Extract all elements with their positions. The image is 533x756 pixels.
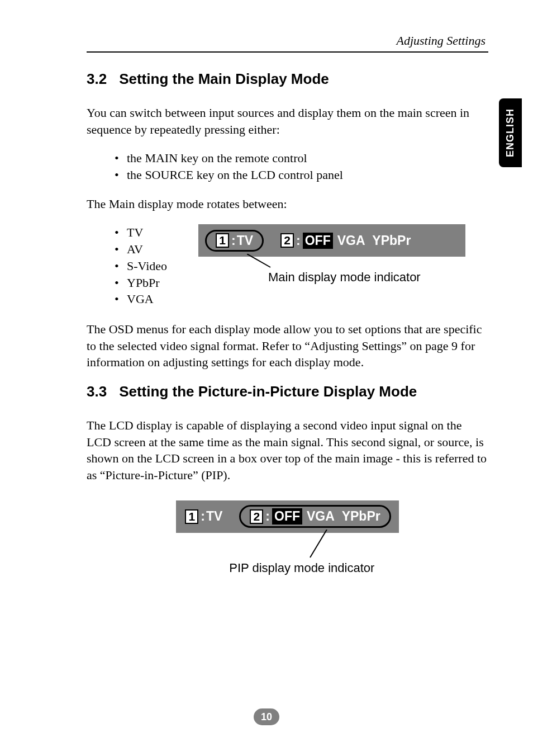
slot1-val: TV xyxy=(237,233,253,248)
modes-list: TV AV S-Video YPbPr VGA xyxy=(115,224,193,307)
extra1: VGA xyxy=(337,233,365,248)
arrow-icon xyxy=(247,254,275,271)
section-title: Setting the Picture-in-Picture Display M… xyxy=(119,383,417,400)
language-tab: ENGLISH xyxy=(499,98,522,167)
main-indicator-caption: Main display mode indicator xyxy=(268,270,421,285)
slot1-val: TV xyxy=(206,509,222,524)
page-number: 10 xyxy=(254,708,279,725)
section-number: 3.3 xyxy=(87,383,107,400)
section-3-3-para1: The LCD display is capable of displaying… xyxy=(87,417,488,484)
slot2: 2: OFFVGA YPbPr xyxy=(279,231,412,251)
section-3-2-para3: The OSD menus for each display mode allo… xyxy=(87,321,488,371)
keys-list: the MAIN key on the remote control the S… xyxy=(115,150,488,183)
pip-indicator-bar: 1: TV 2: OFFVGA YPbPr xyxy=(176,500,398,533)
list-item: the MAIN key on the remote control xyxy=(115,150,488,167)
list-item: S-Video xyxy=(115,258,193,275)
section-3-2-para1: You can switch between input sources and… xyxy=(87,105,488,138)
svg-line-0 xyxy=(247,254,270,267)
section-3-3-heading: 3.3Setting the Picture-in-Picture Displa… xyxy=(87,383,488,400)
extra1: VGA xyxy=(307,509,335,524)
slot2-val: OFF xyxy=(303,233,333,249)
extra2: YPbPr xyxy=(372,233,411,248)
slot2-num: 2 xyxy=(250,509,263,524)
extra2: YPbPr xyxy=(342,509,380,524)
list-item: AV xyxy=(115,241,193,258)
slot2-pill: 2: OFFVGA YPbPr xyxy=(239,505,391,528)
slot1-num: 1 xyxy=(216,233,229,248)
section-3-2-para2: The Main display mode rotates between: xyxy=(87,196,488,212)
slot1-pill: 1: TV xyxy=(205,230,264,252)
slot1-num: 1 xyxy=(185,509,198,524)
list-item: VGA xyxy=(115,291,193,308)
svg-line-1 xyxy=(310,530,327,557)
pip-indicator-caption: PIP display mode indicator xyxy=(229,561,374,575)
header-rule xyxy=(87,51,488,53)
arrow-icon xyxy=(307,530,335,560)
section-3-2-heading: 3.2Setting the Main Display Mode xyxy=(87,70,488,88)
slot2-val: OFF xyxy=(272,508,302,525)
list-item: the SOURCE key on the LCD control panel xyxy=(115,167,488,183)
slot2-num: 2 xyxy=(280,233,294,248)
list-item: YPbPr xyxy=(115,275,193,291)
list-item: TV xyxy=(115,224,193,241)
section-title: Setting the Main Display Mode xyxy=(119,70,329,87)
running-header: Adjusting Settings xyxy=(87,34,488,48)
section-number: 3.2 xyxy=(87,70,107,88)
slot1: 1: TV xyxy=(184,507,223,526)
main-indicator-bar: 1: TV 2: OFFVGA YPbPr xyxy=(198,224,465,257)
